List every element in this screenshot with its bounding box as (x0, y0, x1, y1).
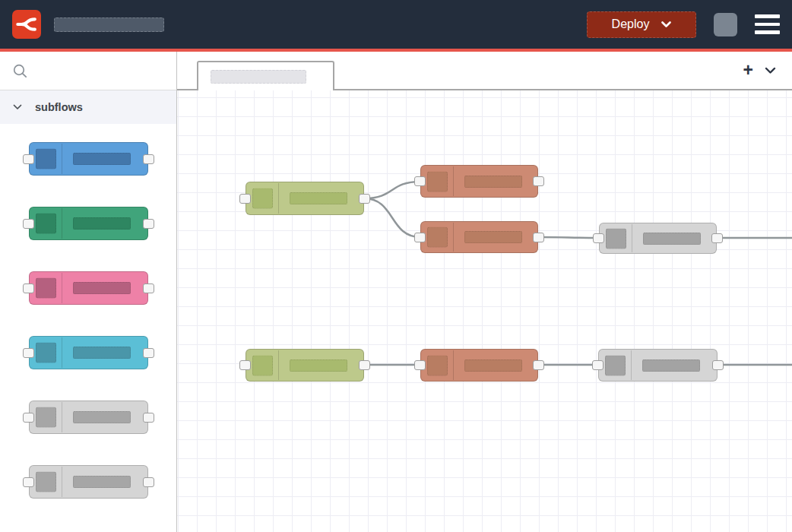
node-icon-divider (453, 350, 454, 380)
flow-node-gray-1[interactable] (599, 223, 717, 254)
tab-actions: + (743, 62, 792, 79)
node-label-placeholder (73, 476, 131, 488)
node-icon-placeholder (427, 171, 448, 192)
node-label-placeholder (464, 176, 522, 188)
node-icon-placeholder (36, 149, 56, 169)
node-red-branch-icon (15, 13, 38, 36)
workspace: + (177, 52, 792, 532)
flow-node-salmon-1[interactable] (420, 165, 538, 198)
output-port[interactable] (143, 477, 154, 487)
input-port[interactable] (23, 348, 34, 358)
output-port[interactable] (712, 360, 724, 370)
node-label-placeholder (73, 282, 131, 294)
search-icon (13, 64, 27, 78)
input-port[interactable] (593, 233, 604, 243)
flow-node-green-2[interactable] (246, 349, 364, 382)
node-label-placeholder (73, 217, 131, 230)
flow-tab-label-placeholder (211, 70, 306, 84)
node-icon-divider (278, 183, 279, 214)
chevron-down-icon (13, 104, 22, 110)
node-icon-placeholder (427, 355, 448, 375)
flow-node-gray-2[interactable] (598, 349, 718, 382)
palette-node-pink[interactable] (29, 271, 148, 305)
node-icon-placeholder (36, 278, 56, 299)
wire[interactable] (364, 182, 420, 198)
input-port[interactable] (23, 283, 34, 293)
node-label-placeholder (464, 231, 522, 243)
workspace-tabbar: + (177, 52, 792, 90)
output-port[interactable] (143, 348, 154, 358)
input-port[interactable] (592, 360, 604, 370)
deploy-button-label: Deploy (612, 17, 650, 31)
node-icon-placeholder (36, 407, 56, 428)
palette-category-subflows[interactable]: subflows (0, 90, 176, 124)
output-port[interactable] (359, 360, 370, 370)
node-icon-placeholder (36, 343, 56, 363)
output-port[interactable] (143, 413, 154, 423)
flow-node-salmon-2[interactable] (420, 221, 538, 253)
wire[interactable] (538, 237, 599, 238)
output-port[interactable] (143, 283, 154, 293)
node-label-placeholder (73, 411, 131, 423)
node-icon-divider (62, 402, 62, 432)
node-label-placeholder (464, 359, 522, 372)
user-avatar[interactable] (714, 13, 737, 36)
flow-node-green-1[interactable] (246, 182, 364, 215)
palette-search[interactable] (0, 52, 176, 90)
add-flow-button[interactable]: + (743, 62, 753, 79)
input-port[interactable] (23, 154, 34, 164)
output-port[interactable] (359, 194, 370, 204)
node-label-placeholder (642, 359, 700, 372)
palette-item-list (0, 124, 176, 532)
output-port[interactable] (143, 219, 154, 229)
node-icon-placeholder (36, 214, 56, 234)
output-port[interactable] (533, 176, 544, 186)
palette-node-gray-2[interactable] (29, 465, 148, 499)
output-port[interactable] (533, 360, 544, 370)
palette-node-blue[interactable] (29, 142, 148, 176)
input-port[interactable] (414, 176, 426, 186)
output-port[interactable] (711, 233, 723, 243)
input-port[interactable] (23, 477, 34, 487)
flow-canvas[interactable] (177, 90, 792, 532)
hamburger-menu-icon[interactable] (755, 14, 780, 34)
node-icon-divider (278, 350, 279, 380)
flow-node-salmon-3[interactable] (420, 349, 538, 382)
node-icon-placeholder (252, 188, 273, 209)
node-icon-divider (62, 144, 62, 174)
node-icon-divider (62, 337, 62, 368)
header-title-placeholder (54, 17, 164, 32)
output-port[interactable] (533, 233, 544, 242)
deploy-button[interactable]: Deploy (587, 11, 696, 38)
node-icon-placeholder (605, 355, 626, 375)
node-icon-divider (632, 224, 632, 252)
palette-node-green[interactable] (29, 207, 148, 240)
palette-node-gray-1[interactable] (29, 401, 148, 434)
flow-tab[interactable] (197, 61, 334, 90)
wire-layer (177, 90, 792, 532)
node-red-editor: Deploy subf (0, 0, 792, 532)
palette-sidebar: subflows (0, 52, 177, 532)
input-port[interactable] (414, 233, 426, 242)
palette-category-label: subflows (35, 101, 83, 113)
input-port[interactable] (23, 219, 34, 229)
node-red-logo (12, 10, 41, 39)
flow-list-button[interactable] (765, 67, 776, 74)
output-port[interactable] (143, 154, 154, 164)
input-port[interactable] (23, 413, 34, 423)
palette-node-cyan[interactable] (29, 336, 148, 369)
header: Deploy (0, 0, 792, 49)
node-icon-placeholder (252, 355, 273, 375)
node-icon-placeholder (427, 227, 448, 248)
node-label-placeholder (290, 359, 347, 372)
input-port[interactable] (414, 360, 426, 370)
wire[interactable] (364, 198, 420, 237)
input-port[interactable] (239, 194, 251, 204)
node-icon-placeholder (606, 228, 626, 249)
node-icon-divider (62, 273, 62, 303)
chevron-down-icon (661, 21, 671, 28)
input-port[interactable] (239, 360, 251, 370)
header-actions: Deploy (587, 11, 780, 38)
node-icon-divider (62, 208, 62, 239)
node-label-placeholder (643, 233, 701, 245)
